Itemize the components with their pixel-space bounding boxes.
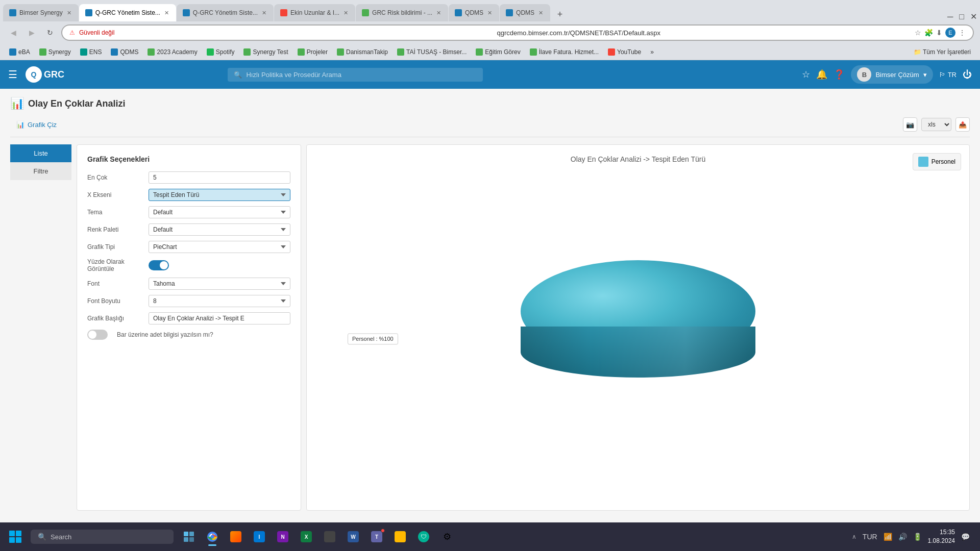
yuzde-toggle[interactable]: [149, 260, 169, 270]
tab-qdms-2[interactable]: QDMS ✕: [500, 4, 550, 21]
tab-label: Q-GRC Yönetim Siste...: [95, 9, 160, 16]
grafik-ciz-btn[interactable]: 📊 Grafik Çiz: [10, 118, 63, 132]
security-icon: ⚠: [69, 29, 75, 36]
taskbar-fileexplorer-btn[interactable]: [389, 525, 411, 548]
maximize-btn[interactable]: □: [959, 12, 964, 21]
bookmark-tai-tusas[interactable]: TAİ TUSAŞ - Bimser...: [393, 47, 471, 57]
taskbar-widgets-btn[interactable]: [178, 525, 200, 548]
power-btn[interactable]: ⏻: [963, 69, 972, 80]
grafiktip-select[interactable]: PieChart: [149, 241, 290, 253]
taskbar-teams-btn[interactable]: T: [365, 525, 388, 548]
tema-select[interactable]: Default: [149, 206, 290, 218]
bookmark-ilave-fatura[interactable]: İlave Fatura. Hizmet...: [526, 47, 603, 57]
sidebar-item-liste[interactable]: Liste: [10, 144, 71, 162]
back-btn[interactable]: ◀: [6, 26, 20, 40]
forward-btn[interactable]: ▶: [24, 26, 39, 40]
export-btn[interactable]: 📤: [955, 117, 970, 132]
tab-qdms-1[interactable]: QDMS ✕: [449, 4, 499, 21]
bookmark-synergy[interactable]: Synergy: [35, 47, 75, 57]
new-tab-btn[interactable]: +: [553, 7, 567, 21]
extensions-icon[interactable]: 🧩: [924, 29, 933, 37]
fontboyutu-select[interactable]: 8: [149, 295, 290, 307]
export-format-select[interactable]: xls xlsx csv pdf: [921, 118, 951, 131]
win-logo-bl: [9, 537, 15, 543]
taskbar-word-btn[interactable]: W: [342, 525, 364, 548]
bookmark-synergy-test[interactable]: Synergy Test: [239, 47, 292, 57]
tab-youtube-music[interactable]: Ekin Uzunlar & I... ✕: [274, 4, 355, 21]
taskbar-security-btn[interactable]: 🛡: [412, 525, 435, 548]
taskbar-app2-btn[interactable]: I: [248, 525, 271, 548]
renkpaleti-select[interactable]: Default: [149, 223, 290, 236]
notification-icon[interactable]: 🔔: [816, 69, 827, 80]
tray-notification-btn[interactable]: 💬: [959, 532, 972, 542]
tab-close-btn[interactable]: ✕: [163, 9, 170, 17]
tab-grc-risk[interactable]: GRC Risk bildirimi - ... ✕: [356, 4, 448, 21]
bookmark-all-places[interactable]: 📁 Tüm Yer İşaretleri: [910, 47, 975, 57]
taskbar-onenote-btn[interactable]: N: [272, 525, 294, 548]
tray-wifi-icon[interactable]: 📶: [881, 532, 894, 542]
star-icon[interactable]: ☆: [802, 69, 810, 80]
tab-bimser-synergy[interactable]: Bimser Synergy ✕: [3, 4, 79, 21]
bookmark-youtube[interactable]: YouTube: [604, 47, 645, 57]
language-btn[interactable]: 🏳 TR: [939, 71, 957, 79]
tab-close-btn[interactable]: ✕: [66, 9, 72, 17]
global-search-input[interactable]: [246, 71, 477, 79]
start-btn[interactable]: [4, 525, 27, 548]
bookmark-projeler[interactable]: Projeler: [293, 47, 332, 57]
bookmark-2023academy[interactable]: 2023 Academy: [143, 47, 201, 57]
bookmark-label: Projeler: [307, 48, 328, 56]
tray-battery-icon[interactable]: 🔋: [911, 532, 924, 542]
toggle-knob-off: [88, 331, 96, 339]
tray-volume-icon[interactable]: 🔊: [896, 532, 909, 542]
grafikbaslik-input[interactable]: [149, 312, 290, 324]
taskbar-settings-btn[interactable]: ⚙: [436, 525, 458, 548]
xekseni-select[interactable]: Tespit Eden Türü: [149, 189, 290, 201]
bookmark-spotify[interactable]: Spotify: [203, 47, 239, 57]
user-label: Bimser Çözüm: [875, 71, 919, 79]
taskbar-search-box[interactable]: 🔍 Search: [31, 530, 174, 544]
minimize-btn[interactable]: ─: [947, 12, 953, 21]
word-icon: W: [348, 531, 359, 542]
tab-qgrc-2[interactable]: Q-GRC Yönetim Siste... ✕: [177, 4, 274, 21]
font-select[interactable]: Tahoma: [149, 278, 290, 290]
taskbar-search-label: Search: [51, 533, 71, 541]
taskbar-excel-btn[interactable]: X: [295, 525, 317, 548]
reload-btn[interactable]: ↻: [43, 26, 57, 40]
bookmark-icon: [148, 48, 155, 56]
bookmark-ens[interactable]: ENS: [76, 47, 106, 57]
tray-datetime[interactable]: 15:35 1.08.2024: [928, 528, 955, 545]
tab-close-btn[interactable]: ✕: [537, 9, 544, 17]
form-row-font: Font Tahoma: [87, 278, 290, 290]
user-menu-btn[interactable]: B Bimser Çözüm ▾: [851, 65, 933, 84]
tab-close-btn[interactable]: ✕: [261, 9, 267, 17]
download-icon[interactable]: ⬇: [936, 29, 942, 37]
encok-input[interactable]: [149, 171, 290, 184]
taskbar-app1-btn[interactable]: [225, 525, 247, 548]
sidebar-item-filtre[interactable]: Filtre: [10, 162, 71, 180]
menu-icon[interactable]: ⋮: [959, 29, 966, 37]
tab-close-btn[interactable]: ✕: [342, 9, 349, 17]
chrome-icon: [207, 531, 218, 542]
tab-qgrc-active[interactable]: Q-GRC Yönetim Siste... ✕: [79, 4, 176, 21]
bookmark-more[interactable]: »: [646, 47, 658, 57]
account-icon[interactable]: E: [945, 28, 955, 38]
camera-btn[interactable]: 📷: [903, 117, 917, 132]
barbilgisi-toggle[interactable]: [87, 330, 108, 340]
bookmark-danismantakip[interactable]: DanismanTakip: [333, 47, 392, 57]
global-search-bar[interactable]: 🔍: [228, 68, 483, 82]
bookmark-qdms[interactable]: QDMS: [107, 47, 142, 57]
bookmark-egitim-gorev[interactable]: Eğitim Görev: [472, 47, 524, 57]
taskbar-app3-btn[interactable]: [318, 525, 341, 548]
close-btn[interactable]: ✕: [970, 12, 977, 21]
xekseni-label: X Ekseni: [87, 191, 143, 198]
tab-close-btn[interactable]: ✕: [435, 9, 442, 17]
tray-expand-btn[interactable]: ∧: [852, 533, 856, 540]
hamburger-menu-btn[interactable]: ☰: [8, 68, 17, 81]
tab-close-btn[interactable]: ✕: [486, 9, 493, 17]
url-bar[interactable]: ⚠ Güvenli değil qgrcdemo.bimser.com.tr/Q…: [61, 24, 974, 41]
bookmark-star-icon[interactable]: ☆: [915, 29, 921, 37]
taskbar-chrome-btn[interactable]: [201, 525, 224, 548]
bookmark-label: Eğitim Görev: [485, 48, 520, 56]
help-icon[interactable]: ❓: [834, 69, 845, 80]
bookmark-eba[interactable]: eBA: [5, 47, 34, 57]
